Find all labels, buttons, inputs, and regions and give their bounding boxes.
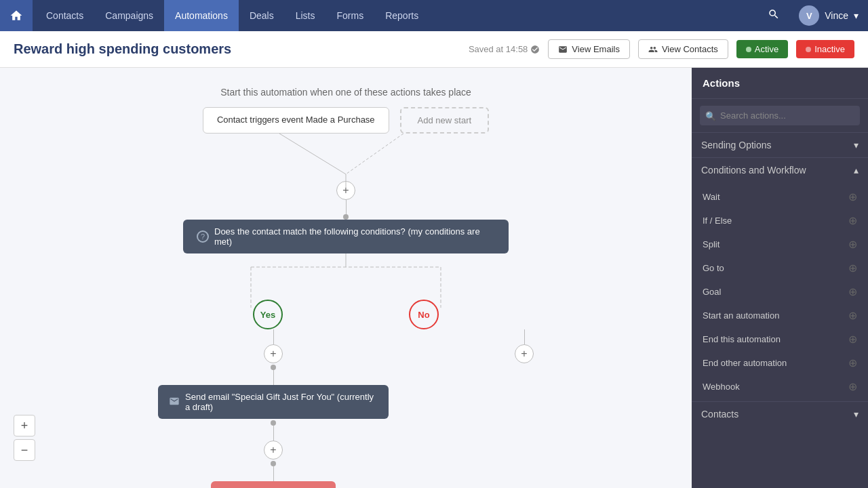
actions-sidebar: Actions 🔍 Sending Options ▾ Conditions a… [692, 68, 868, 488]
chevron-up-icon: ▴ [854, 165, 859, 176]
zoom-in-button[interactable]: + [14, 415, 35, 436]
nav-item-reports[interactable]: Reports [374, 0, 429, 31]
action-item-wait[interactable]: Wait ⊕ [692, 185, 868, 209]
action-item-goal[interactable]: Goal ⊕ [692, 280, 868, 304]
drag-handle-icon[interactable]: ⊕ [848, 309, 857, 322]
active-status-button[interactable]: Active [736, 40, 788, 58]
drag-handle-icon[interactable]: ⊕ [848, 285, 857, 298]
action-item-split[interactable]: Split ⊕ [692, 232, 868, 256]
action-item-goto[interactable]: Go to ⊕ [692, 256, 868, 280]
trigger-box[interactable]: Contact triggers event Made a Purchase [203, 107, 389, 134]
nav-item-campaigns[interactable]: Campaigns [94, 0, 164, 31]
search-actions-input[interactable] [700, 106, 860, 125]
canvas-start-text: Start this automation when one of these … [0, 68, 692, 98]
zoom-controls: + − [14, 415, 35, 461]
nav-item-lists[interactable]: Lists [285, 0, 326, 31]
main-nav: Contacts Campaigns Automations Deals Lis… [0, 0, 868, 31]
drag-handle-icon[interactable]: ⊕ [848, 214, 857, 227]
email-action-box[interactable]: Send email "Special Gift Just For You" (… [158, 385, 389, 419]
page-header: Reward high spending customers Saved at … [0, 31, 868, 68]
home-nav-item[interactable] [0, 0, 33, 31]
drag-handle-icon[interactable]: ⊕ [848, 333, 857, 346]
svg-line-0 [279, 134, 346, 174]
add-after-email-button[interactable]: + [264, 441, 283, 460]
drag-handle-icon[interactable]: ⊕ [848, 262, 857, 274]
view-emails-button[interactable]: View Emails [548, 39, 630, 59]
drag-handle-icon[interactable]: ⊕ [848, 357, 857, 369]
zoom-out-button[interactable]: − [14, 439, 35, 461]
condition-box[interactable]: ? Does the contact match the following c… [183, 220, 509, 253]
action-item-if-else[interactable]: If / Else ⊕ [692, 209, 868, 232]
conditions-workflow-section-header[interactable]: Conditions and Workflow ▴ [692, 157, 868, 182]
user-menu[interactable]: V Vince ▾ [789, 5, 868, 26]
end-automation-button[interactable]: End this automation [211, 481, 336, 488]
drag-handle-icon[interactable]: ⊕ [848, 190, 857, 203]
avatar: V [799, 5, 819, 26]
add-in-no-branch-button[interactable]: + [515, 344, 534, 363]
sidebar-title: Actions [692, 68, 868, 99]
drag-handle-icon[interactable]: ⊕ [848, 380, 857, 393]
nav-item-forms[interactable]: Forms [326, 0, 375, 31]
action-item-end-other-automation[interactable]: End other automation ⊕ [692, 351, 868, 375]
automation-canvas: Start this automation when one of these … [0, 68, 692, 488]
inactive-status-button[interactable]: Inactive [796, 40, 854, 58]
svg-line-1 [346, 134, 403, 174]
contacts-section-header[interactable]: Contacts ▾ [692, 401, 868, 426]
search-nav-btn[interactable] [758, 8, 789, 23]
page-title: Reward high spending customers [14, 41, 460, 57]
chevron-down-icon: ▾ [854, 140, 859, 150]
nav-item-automations[interactable]: Automations [164, 0, 239, 31]
conditions-workflow-section-content: Wait ⊕ If / Else ⊕ Split ⊕ Go to ⊕ Goal … [692, 182, 868, 401]
saved-indicator: Saved at 14:58 [469, 44, 540, 54]
nav-item-contacts[interactable]: Contacts [35, 0, 94, 31]
chevron-down-icon: ▾ [854, 409, 859, 420]
add-start-box[interactable]: Add new start [400, 107, 490, 134]
search-actions-container: 🔍 [700, 106, 860, 125]
sending-options-section-header[interactable]: Sending Options ▾ [692, 132, 868, 157]
view-contacts-button[interactable]: View Contacts [638, 39, 728, 59]
action-item-start-automation[interactable]: Start an automation ⊕ [692, 304, 868, 327]
action-item-webhook[interactable]: Webhook ⊕ [692, 375, 868, 399]
drag-handle-icon[interactable]: ⊕ [848, 238, 857, 251]
email-icon [169, 396, 180, 409]
search-icon: 🔍 [705, 110, 716, 121]
add-in-yes-branch-button[interactable]: + [264, 344, 283, 363]
action-item-end-this-automation[interactable]: End this automation ⊕ [692, 327, 868, 351]
nav-item-deals[interactable]: Deals [239, 0, 285, 31]
condition-icon: ? [197, 230, 209, 243]
